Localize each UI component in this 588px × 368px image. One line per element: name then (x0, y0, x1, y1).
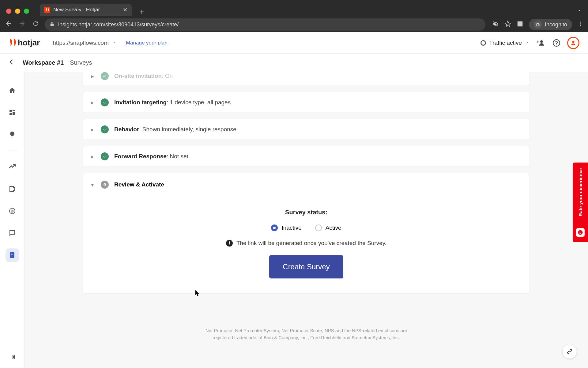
step-title: On-site invitation (114, 73, 162, 79)
info-icon: i (226, 240, 233, 247)
breadcrumb-workspace[interactable]: Workspace #1 (23, 59, 64, 66)
avatar[interactable] (567, 37, 579, 49)
step-invitation-targeting[interactable]: ▸ Invitation targeting: 1 device type, a… (83, 92, 530, 113)
link-fab[interactable] (562, 344, 577, 359)
step-title: Forward Response (114, 153, 167, 159)
step-title: Review & Activate (114, 181, 164, 188)
logo-text: hotjar (18, 38, 40, 48)
nav-surveys-icon[interactable] (6, 248, 19, 262)
radio-dot-icon (315, 224, 322, 231)
radio-active[interactable]: Active (315, 224, 341, 231)
nav-reload-icon[interactable] (31, 20, 40, 29)
svg-point-7 (579, 232, 580, 232)
svg-point-1 (580, 23, 581, 24)
review-header[interactable]: ▾ 9 Review & Activate (91, 181, 522, 189)
radio-label: Inactive (281, 224, 301, 231)
main-content: ▸ On-site invitation: On ▸ Invitation ta… (24, 72, 588, 368)
url-field[interactable]: insights.hotjar.com/sites/3090413/survey… (45, 18, 485, 31)
star-icon[interactable] (504, 21, 511, 29)
flame-icon (9, 39, 16, 47)
radio-inactive[interactable]: Inactive (271, 224, 301, 231)
step-desc: : 1 device type, all pages. (167, 99, 232, 105)
chevron-down-icon (112, 40, 117, 46)
tab-close-icon[interactable]: ✕ (123, 6, 127, 13)
info-text: The link will be generated once you've c… (236, 240, 386, 247)
check-icon (101, 125, 109, 133)
nav-highlights-icon[interactable] (6, 128, 19, 141)
check-icon (101, 98, 109, 106)
nav-trends-icon[interactable] (6, 160, 19, 174)
smiley-icon (576, 228, 585, 237)
step-review-activate: ▾ 9 Review & Activate Survey status: Ina… (83, 173, 530, 293)
add-user-icon[interactable] (535, 38, 546, 48)
traffic-label: Traffic active (489, 40, 522, 46)
help-icon[interactable] (551, 38, 562, 48)
browser-tab[interactable]: New Survey - Hotjar ✕ (40, 4, 132, 16)
radio-label: Active (326, 224, 341, 231)
extensions-icon[interactable] (517, 21, 523, 29)
step-desc: : Shown immediately, single response (139, 126, 236, 132)
link-icon (566, 348, 573, 355)
eye-off-icon[interactable] (492, 21, 499, 29)
step-onsite-invitation[interactable]: ▸ On-site invitation: On (83, 72, 530, 86)
site-selector[interactable]: https://snapflows.com (53, 40, 117, 46)
survey-status-label: Survey status: (285, 209, 327, 216)
nav-forward-icon[interactable] (18, 20, 26, 29)
caret-right-icon: ▸ (91, 153, 95, 160)
feedback-label: Rate your experience (578, 168, 583, 217)
app-header: hotjar https://snapflows.com Manage your… (0, 32, 588, 54)
check-icon (101, 72, 109, 80)
footer-disclaimer: Net Promoter, Net Promoter System, Net P… (83, 327, 530, 341)
caret-down-icon: ▾ (91, 181, 95, 188)
step-forward-response[interactable]: ▸ Forward Response: Not set. (83, 146, 530, 167)
url-text: insights.hotjar.com/sites/3090413/survey… (58, 21, 179, 28)
incognito-label: Incognito (545, 21, 567, 28)
chevron-down-icon (525, 40, 530, 46)
breadcrumb-section[interactable]: Surveys (70, 59, 92, 66)
lock-icon (50, 21, 55, 28)
url-bar-row: insights.hotjar.com/sites/3090413/survey… (0, 17, 588, 32)
window-maximize[interactable] (24, 9, 29, 14)
nav-feedback-icon[interactable] (6, 226, 19, 240)
tabs-dropdown-icon[interactable] (576, 7, 582, 15)
window-minimize[interactable] (15, 9, 20, 14)
nav-recordings-icon[interactable] (6, 182, 19, 196)
kebab-menu-icon[interactable] (578, 21, 584, 28)
svg-text:@: @ (10, 209, 13, 213)
breadcrumb-back-icon[interactable] (9, 58, 17, 67)
svg-point-6 (578, 230, 583, 235)
step-title: Invitation targeting (114, 99, 167, 105)
site-url: https://snapflows.com (53, 40, 109, 46)
window-close[interactable] (6, 9, 11, 14)
manage-plan-link[interactable]: Manage your plan (126, 40, 168, 46)
nav-expand-icon[interactable] (0, 353, 24, 361)
caret-right-icon: ▸ (91, 126, 95, 133)
svg-point-2 (580, 25, 581, 26)
breadcrumb: Workspace #1 Surveys (0, 54, 588, 72)
nav-heatmaps-icon[interactable]: @ (6, 204, 19, 218)
traffic-selector[interactable]: Traffic active (481, 40, 530, 46)
feedback-side-tab[interactable]: Rate your experience (573, 163, 588, 242)
hotjar-logo[interactable]: hotjar (9, 38, 40, 48)
nav-home-icon[interactable] (6, 84, 19, 97)
window-controls (6, 9, 29, 14)
nav-back-icon[interactable] (4, 20, 13, 29)
radio-dot-icon (271, 224, 278, 231)
step-desc: : On (162, 73, 173, 79)
step-behavior[interactable]: ▸ Behavior: Shown immediately, single re… (83, 119, 530, 140)
nav-dashboard-icon[interactable] (6, 106, 19, 119)
new-tab-button[interactable]: ＋ (138, 6, 146, 17)
step-title: Behavior (114, 126, 139, 132)
incognito-pill[interactable]: Incognito (529, 19, 572, 30)
left-nav-rail: @ (0, 72, 24, 368)
tab-favicon-icon (44, 7, 50, 13)
info-row: i The link will be generated once you've… (226, 240, 386, 247)
tab-title: New Survey - Hotjar (53, 7, 100, 13)
caret-right-icon: ▸ (91, 99, 95, 106)
svg-point-8 (581, 232, 581, 232)
step-desc: : Not set. (167, 153, 190, 159)
caret-right-icon: ▸ (91, 73, 95, 80)
create-survey-button[interactable]: Create Survey (269, 255, 343, 278)
step-number: 9 (101, 181, 109, 189)
browser-chrome: New Survey - Hotjar ✕ ＋ insights.hotjar.… (0, 0, 588, 32)
